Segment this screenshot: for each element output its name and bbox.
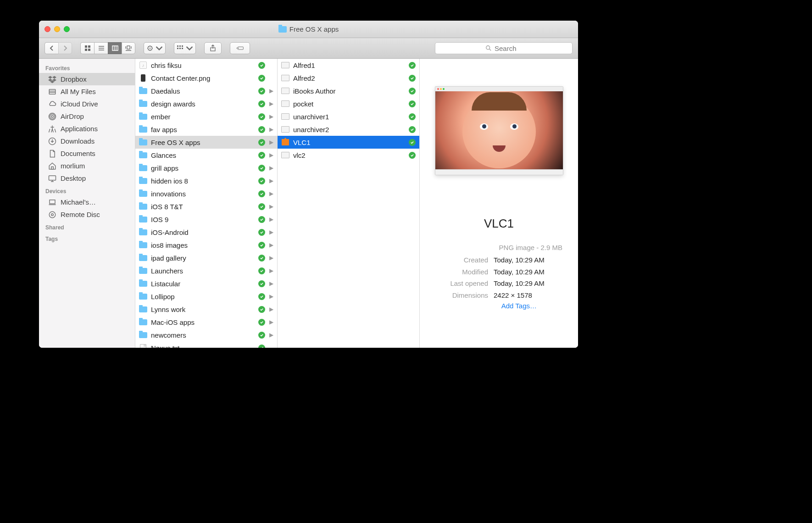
folder-icon bbox=[139, 294, 147, 300]
file-row[interactable]: innovations▶ bbox=[135, 187, 277, 200]
file-row[interactable]: fav apps▶ bbox=[135, 123, 277, 136]
file-row[interactable]: Launchers▶ bbox=[135, 264, 277, 277]
sidebar-item-label: morlium bbox=[61, 162, 85, 170]
minimize-button[interactable] bbox=[54, 26, 60, 32]
allfiles-icon bbox=[48, 88, 56, 96]
file-row[interactable]: Alfred2 bbox=[278, 72, 419, 84]
sidebar-item[interactable]: Remote Disc bbox=[39, 208, 135, 221]
file-row[interactable]: design awards▶ bbox=[135, 97, 277, 110]
file-row[interactable]: vlc2 bbox=[278, 149, 419, 161]
share-button[interactable] bbox=[204, 42, 222, 54]
sidebar-item[interactable]: iCloud Drive bbox=[39, 98, 135, 110]
close-button[interactable] bbox=[44, 26, 50, 32]
file-row[interactable]: Lollipop▶ bbox=[135, 290, 277, 303]
dropbox-icon bbox=[48, 75, 56, 83]
sync-badge-icon bbox=[258, 190, 265, 197]
sidebar-item[interactable]: Downloads bbox=[39, 135, 135, 147]
file-name: Daedalus bbox=[151, 87, 180, 95]
search-input[interactable] bbox=[495, 45, 522, 52]
chevron-right-icon: ▶ bbox=[269, 229, 273, 235]
svg-line-25 bbox=[489, 49, 491, 51]
sync-badge-icon bbox=[258, 100, 265, 107]
svg-rect-20 bbox=[179, 48, 181, 49]
sidebar-item[interactable]: Documents bbox=[39, 147, 135, 160]
file-row[interactable]: newcomers▶ bbox=[135, 328, 277, 341]
file-row[interactable]: Nexus.txt bbox=[135, 341, 277, 348]
sidebar-item[interactable]: Michael's… bbox=[39, 196, 135, 208]
file-row[interactable]: Listacular▶ bbox=[135, 277, 277, 290]
file-row[interactable]: Lynns work▶ bbox=[135, 303, 277, 316]
chevron-right-icon: ▶ bbox=[269, 280, 273, 287]
icon-view-button[interactable] bbox=[80, 42, 94, 54]
file-row[interactable]: Daedalus▶ bbox=[135, 84, 277, 97]
forward-button[interactable] bbox=[58, 42, 72, 54]
sidebar-item[interactable]: All My Files bbox=[39, 85, 135, 98]
sidebar-item[interactable]: AirDrop bbox=[39, 110, 135, 122]
svg-rect-7 bbox=[112, 46, 118, 50]
column-view-button[interactable] bbox=[108, 42, 122, 54]
search-icon bbox=[485, 45, 492, 51]
sync-badge-icon bbox=[409, 152, 416, 159]
folder-icon bbox=[139, 319, 147, 325]
folder-icon bbox=[139, 101, 147, 107]
column-2[interactable]: Alfred1Alfred2iBooks Authorpocketunarchi… bbox=[278, 59, 420, 348]
file-name: unarchiver1 bbox=[293, 113, 329, 121]
file-row[interactable]: grill apps▶ bbox=[135, 161, 277, 174]
svg-rect-34 bbox=[49, 176, 56, 180]
zoom-button[interactable] bbox=[64, 26, 70, 32]
file-row[interactable]: Free OS X apps▶ bbox=[135, 136, 277, 149]
sync-badge-icon bbox=[409, 75, 416, 82]
sidebar-section-header: Shared bbox=[39, 221, 135, 232]
file-name: vlc2 bbox=[293, 151, 306, 159]
chevron-right-icon: ▶ bbox=[269, 293, 273, 300]
file-row[interactable]: iOS-Android▶ bbox=[135, 226, 277, 239]
file-row[interactable]: hidden ios 8▶ bbox=[135, 174, 277, 187]
list-view-button[interactable] bbox=[94, 42, 108, 54]
add-tags-button[interactable]: Add Tags… bbox=[501, 302, 537, 310]
file-name: iOS-Android bbox=[151, 228, 189, 236]
file-row[interactable]: iBooks Author bbox=[278, 84, 419, 97]
search-field[interactable] bbox=[435, 42, 573, 54]
file-name: Listacular bbox=[151, 280, 180, 288]
arrange-menu-button[interactable] bbox=[174, 42, 196, 54]
file-row[interactable]: unarchiver2 bbox=[278, 123, 419, 136]
sync-badge-icon bbox=[258, 306, 265, 313]
file-row[interactable]: Alfred1 bbox=[278, 59, 419, 72]
chevron-right-icon: ▶ bbox=[269, 100, 273, 107]
file-row[interactable]: Glances▶ bbox=[135, 149, 277, 161]
file-row[interactable]: ipad gallery▶ bbox=[135, 251, 277, 264]
sync-badge-icon bbox=[258, 319, 265, 326]
coverflow-view-button[interactable] bbox=[122, 42, 135, 54]
file-row[interactable]: unarchiver1 bbox=[278, 110, 419, 123]
image-thumb-icon bbox=[281, 88, 289, 94]
chevron-right-icon: ▶ bbox=[269, 126, 273, 133]
file-row[interactable]: ♪chris fiksu bbox=[135, 59, 277, 72]
sidebar-item[interactable]: Applications bbox=[39, 122, 135, 135]
file-row[interactable]: IOS 9▶ bbox=[135, 213, 277, 226]
svg-point-30 bbox=[50, 114, 55, 119]
sidebar-item[interactable]: Desktop bbox=[39, 172, 135, 184]
folder-icon bbox=[139, 217, 147, 223]
back-button[interactable] bbox=[44, 42, 58, 54]
file-row[interactable]: iOS 8 T&T▶ bbox=[135, 200, 277, 213]
chevron-right-icon: ▶ bbox=[269, 306, 273, 312]
column-1[interactable]: ♪chris fiksuContact Center.pngDaedalus▶d… bbox=[135, 59, 278, 348]
image-thumb-icon bbox=[281, 152, 289, 158]
sync-badge-icon bbox=[409, 62, 416, 69]
sidebar-item[interactable]: Dropbox bbox=[39, 73, 135, 85]
file-row[interactable]: ember▶ bbox=[135, 110, 277, 123]
file-row[interactable]: ios8 images▶ bbox=[135, 239, 277, 251]
desktop-icon bbox=[48, 174, 56, 183]
file-row[interactable]: Mac-iOS apps▶ bbox=[135, 316, 277, 328]
apps-icon bbox=[48, 125, 56, 133]
file-row[interactable]: VLC1 bbox=[278, 136, 419, 149]
file-row[interactable]: pocket bbox=[278, 97, 419, 110]
tags-button[interactable] bbox=[230, 42, 250, 54]
sidebar-item-label: AirDrop bbox=[61, 112, 84, 120]
chevron-right-icon: ▶ bbox=[269, 319, 273, 325]
sync-badge-icon bbox=[258, 255, 265, 262]
sidebar-item[interactable]: morlium bbox=[39, 160, 135, 172]
action-menu-button[interactable] bbox=[144, 42, 166, 54]
file-name: fav apps bbox=[151, 126, 177, 134]
file-row[interactable]: Contact Center.png bbox=[135, 72, 277, 84]
